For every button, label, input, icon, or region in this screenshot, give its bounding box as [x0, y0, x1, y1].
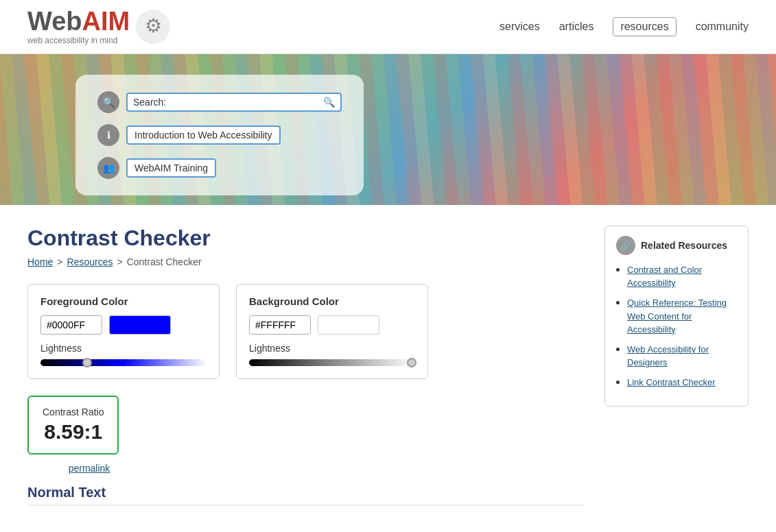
nav-services[interactable]: services: [499, 21, 540, 33]
list-item: Web Accessibility for Designers: [627, 343, 737, 369]
foreground-input-row: [40, 315, 207, 335]
list-item: Quick Reference: Testing Web Content for…: [627, 296, 737, 336]
contrast-ratio-value: 8.59:1: [43, 420, 104, 444]
related-resources-box: 🔗 Related Resources Contrast and Color A…: [604, 226, 749, 407]
background-slider-thumb[interactable]: [407, 358, 416, 367]
breadcrumb: Home > Resources > Contrast Checker: [27, 256, 584, 267]
search-icon-circle: 🔍: [97, 91, 119, 113]
nav-community[interactable]: community: [696, 21, 749, 33]
nav-articles[interactable]: articles: [559, 21, 594, 33]
contrast-ratio-box: Contrast Ratio 8.59:1: [27, 396, 119, 455]
logo-text: WebAIM: [27, 8, 130, 34]
related-resources-title: Related Resources: [641, 240, 727, 251]
nav-resources[interactable]: resources: [613, 17, 676, 36]
foreground-swatch: [109, 315, 171, 335]
contrast-ratio-one: 1: [91, 420, 103, 443]
foreground-slider-track: [40, 359, 207, 366]
list-item: Contrast and Color Accessibility: [627, 263, 737, 289]
search-icon: 🔍: [103, 97, 115, 108]
related-resources-header: 🔗 Related Resources: [616, 236, 737, 255]
breadcrumb-current: Contrast Checker: [127, 256, 202, 267]
related-resources-icon: 🔗: [616, 236, 635, 255]
contrast-ratio-number: 8.59: [44, 420, 84, 443]
logo-area: WebAIM web accessibility in mind ⚙: [27, 8, 171, 45]
main-nav: services articles resources community: [499, 17, 749, 36]
search-input-wrap: Search: 🔍: [126, 93, 342, 112]
related-resources-list: Contrast and Color Accessibility Quick R…: [616, 263, 737, 389]
breadcrumb-resources[interactable]: Resources: [67, 256, 113, 267]
search-row: 🔍 Search: 🔍: [97, 91, 342, 113]
permalink-link[interactable]: permalink: [27, 463, 151, 474]
logo-text-wrap: WebAIM web accessibility in mind: [27, 8, 130, 45]
foreground-lightness-label: Lightness: [40, 343, 207, 354]
hero-banner: 🔍 Search: 🔍 ℹ Introduction to Web Access…: [0, 54, 776, 205]
intro-link-row: ℹ Introduction to Web Accessibility: [97, 124, 342, 146]
group-icon: 👥: [103, 162, 115, 173]
search-label: Search:: [133, 97, 166, 108]
contrast-ratio-colon: :: [84, 420, 91, 443]
background-color-box: Background Color Lightness: [236, 284, 428, 379]
background-label: Background Color: [249, 295, 415, 307]
foreground-label: Foreground Color: [40, 295, 207, 307]
background-swatch: [318, 315, 379, 335]
related-link-2[interactable]: Quick Reference: Testing Web Content for…: [627, 298, 727, 334]
search-mag-icon: 🔍: [323, 97, 335, 108]
link-icon: 🔗: [621, 241, 631, 250]
list-item: Link Contrast Checker: [627, 376, 737, 389]
training-link-row: 👥 WebAIM Training: [97, 157, 342, 179]
background-slider-track: [249, 359, 415, 366]
site-header: WebAIM web accessibility in mind ⚙ servi…: [0, 0, 776, 54]
normal-text-heading: Normal Text: [27, 485, 584, 506]
background-input-row: [249, 315, 415, 335]
foreground-slider-thumb[interactable]: [82, 358, 92, 367]
color-inputs-row: Foreground Color Lightness Background Co…: [27, 284, 584, 379]
related-link-4[interactable]: Link Contrast Checker: [627, 377, 716, 387]
sidebar: 🔗 Related Resources Contrast and Color A…: [604, 226, 749, 506]
related-link-3[interactable]: Web Accessibility for Designers: [627, 344, 709, 367]
page-title: Contrast Checker: [27, 226, 584, 251]
breadcrumb-sep2: >: [117, 256, 122, 267]
svg-text:⚙: ⚙: [145, 15, 162, 36]
background-hex-input[interactable]: [249, 315, 311, 335]
related-link-1[interactable]: Contrast and Color Accessibility: [627, 265, 702, 288]
logo-web: Web: [27, 7, 82, 36]
main-content: Contrast Checker Home > Resources > Cont…: [27, 226, 584, 506]
logo-aim: AIM: [82, 7, 130, 36]
training-link-button[interactable]: WebAIM Training: [126, 158, 216, 178]
intro-link-button[interactable]: Introduction to Web Accessibility: [126, 125, 281, 145]
search-panel: 🔍 Search: 🔍 ℹ Introduction to Web Access…: [75, 75, 364, 195]
contrast-ratio-label: Contrast Ratio: [43, 407, 104, 418]
info-icon: ℹ: [107, 130, 110, 141]
breadcrumb-home[interactable]: Home: [27, 256, 53, 267]
search-input[interactable]: [170, 97, 319, 108]
background-lightness-label: Lightness: [249, 343, 415, 354]
group-icon-circle: 👥: [97, 157, 119, 179]
brain-gear-icon: ⚙: [135, 9, 171, 45]
main-container: Contrast Checker Home > Resources > Cont…: [0, 205, 776, 527]
foreground-color-box: Foreground Color Lightness: [27, 284, 220, 379]
foreground-hex-input[interactable]: [40, 315, 102, 335]
info-icon-circle: ℹ: [97, 124, 119, 146]
breadcrumb-sep1: >: [57, 256, 62, 267]
logo-tagline: web accessibility in mind: [27, 36, 130, 45]
